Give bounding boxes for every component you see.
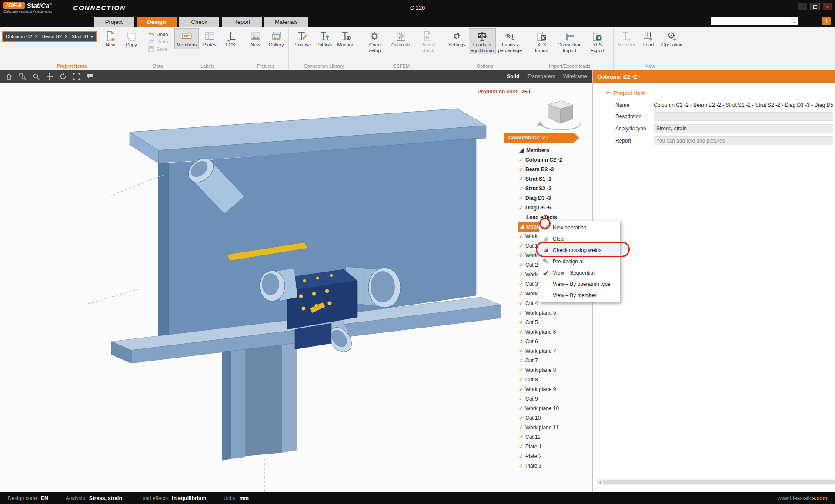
view-mode-wireframe[interactable]: Wireframe [563,73,587,80]
checkbox-checked-icon[interactable]: ✓ [519,329,525,335]
tree-item[interactable]: ✓ Plate 3 [504,461,593,471]
zoom-fit-icon[interactable] [73,73,80,80]
checkbox-checked-icon[interactable]: ✓ [519,205,525,211]
menu-item-check-missing-welds[interactable]: Check missing welds [539,245,620,256]
maximize-button[interactable] [810,3,820,10]
tree-item[interactable]: ✓ Cut 7 [504,356,593,365]
report-field[interactable]: You can add text and pictures [654,136,833,145]
tree-item[interactable]: ✓ Work plane 10 [504,404,593,413]
nav-cube[interactable] [537,101,580,130]
checkbox-checked-icon[interactable]: ✓ [519,176,525,182]
checkbox-checked-icon[interactable]: ✓ [519,252,525,259]
view-mode-transparent[interactable]: Transparent [527,73,555,80]
publish-button[interactable]: Publish [314,28,334,49]
checkbox-checked-icon[interactable]: ✓ [519,166,525,172]
checkbox-checked-icon[interactable]: ✓ [519,396,525,402]
xls-export-button[interactable]: XLS Export [584,28,611,54]
loads-in-equilibrium-button[interactable]: Loads in equilibrium [469,28,496,54]
checkbox-checked-icon[interactable]: ✓ [519,415,525,421]
tree-item[interactable]: ✓ Cut 11 [504,432,593,442]
propose-button[interactable]: Propose [291,28,313,49]
checkbox-checked-icon[interactable]: ✓ [519,386,525,392]
save-button[interactable]: Save [146,45,169,53]
menu-item-pre-design-all[interactable]: Pre-design all [539,256,620,267]
picture-gallery-button[interactable]: Gallery [266,28,286,49]
tree-item[interactable]: ✓ Coloumn C2 -2 [504,155,593,165]
redo-button[interactable]: Redo [146,38,170,45]
tree-item[interactable]: ✓ Members [504,146,593,155]
search-icon[interactable] [790,18,796,24]
labels-lcs-button[interactable]: LCS [220,28,240,49]
checkbox-checked-icon[interactable]: ✓ [519,358,525,364]
tree-item[interactable]: ✓ Work plane 8 [504,365,593,375]
tree-item[interactable]: ✓ Work plane 11 [504,423,593,432]
project-items-dropdown[interactable]: Coloumn C2 -2 - Beam B2 -2 - Strut S1 -1 [2,31,97,42]
tree-item[interactable]: ✓ Work plane 5 [504,308,593,318]
checkbox-checked-icon[interactable]: ✓ [519,424,525,431]
new-load-button[interactable]: Load [638,28,658,49]
expander-icon[interactable] [519,225,524,229]
scrollbar-thumb[interactable] [603,480,835,484]
checkbox-checked-icon[interactable]: ✓ [519,310,525,316]
tree-item[interactable]: ✓ Work plane 9 [504,385,593,394]
connection-import-button[interactable]: Connection Import [556,28,583,54]
loads-percentage-button[interactable]: % Loads - percentage [497,28,524,54]
tab-design[interactable]: Design [137,17,177,27]
checkbox-checked-icon[interactable]: ✓ [519,463,525,469]
tree-item[interactable]: ✓ Cut 10 [504,413,593,423]
xls-import-button[interactable]: XLS Import [528,28,555,54]
menu-item-clear[interactable]: Clear [539,233,620,245]
search-input[interactable] [712,19,790,24]
checkbox-checked-icon[interactable]: ✓ [519,434,525,440]
properties-horizontal-scrollbar[interactable] [597,479,835,485]
home-icon[interactable] [5,73,13,80]
zoom-icon[interactable] [32,73,40,80]
tree-item[interactable]: ✓ Cut 8 [504,375,593,385]
tree-item[interactable]: ✓ Plate 2 [504,451,593,461]
rotate-icon[interactable] [59,73,67,80]
checkbox-checked-icon[interactable]: ✓ [519,444,525,450]
checkbox-checked-icon[interactable]: ✓ [519,272,525,278]
new-project-item-button[interactable]: New [100,28,120,49]
view-mode-solid[interactable]: Solid [507,73,519,80]
undo-button[interactable]: Undo [146,30,170,38]
pan-icon[interactable] [46,73,53,80]
menu-item-view-by-member[interactable]: View – By member [539,290,620,301]
close-button[interactable]: × [823,3,832,10]
menu-item-view-by-operation-type[interactable]: View – By operation type [539,279,620,290]
checkbox-checked-icon[interactable]: ✓ [519,195,525,201]
zoom-window-icon[interactable] [19,73,27,80]
tree-item[interactable]: ✓ Cut 5 [504,318,593,327]
tree-item[interactable]: ✓ Diag D3 -3 [504,193,593,203]
3d-scene[interactable] [0,83,592,492]
tab-check[interactable]: Check [179,17,219,27]
tab-report[interactable]: Report [222,17,262,27]
checkbox-checked-icon[interactable]: ✓ [519,262,525,268]
menu-item-view-sequential[interactable]: View – Sequential [539,267,620,279]
tree-item[interactable]: ✓ Work plane 6 [504,327,593,337]
website-link[interactable]: www.ideastatica.com [778,495,827,501]
description-field[interactable] [654,112,833,121]
overall-check-button[interactable]: % Overall check [414,28,441,54]
labels-plates-button[interactable]: Plates [200,28,220,49]
copy-project-item-button[interactable]: Copy [121,28,141,49]
name-value[interactable]: Coloumn C2 -2 - Beam B2 -2 - Strut S1 -1… [654,102,833,108]
search-box[interactable] [711,17,798,25]
comment-label-icon[interactable] [86,73,94,80]
checkbox-checked-icon[interactable]: ✓ [519,319,525,325]
checkbox-checked-icon[interactable]: ✓ [519,281,525,287]
collapse-triangle-icon[interactable] [606,92,610,94]
tab-materials[interactable]: Materials [264,17,308,27]
checkbox-checked-icon[interactable]: ✓ [519,348,525,354]
tree-item[interactable]: ✓ Work plane 7 [504,346,593,356]
checkbox-checked-icon[interactable]: ✓ [519,157,525,163]
viewport-3d[interactable]: Solid Transparent Wireframe Production c… [0,70,592,492]
minimize-button[interactable] [798,3,807,10]
tree-item[interactable]: ✓ Plate 1 [504,442,593,451]
checkbox-checked-icon[interactable]: ✓ [519,453,525,459]
tab-project[interactable]: Project [94,17,134,27]
checkbox-checked-icon[interactable]: ✓ [519,291,525,297]
tree-item[interactable]: ✓ Strut S1 -1 [504,174,593,184]
code-setup-button[interactable]: Code setup [361,28,388,54]
tree-item[interactable]: ✓ Cut 6 [504,337,593,346]
